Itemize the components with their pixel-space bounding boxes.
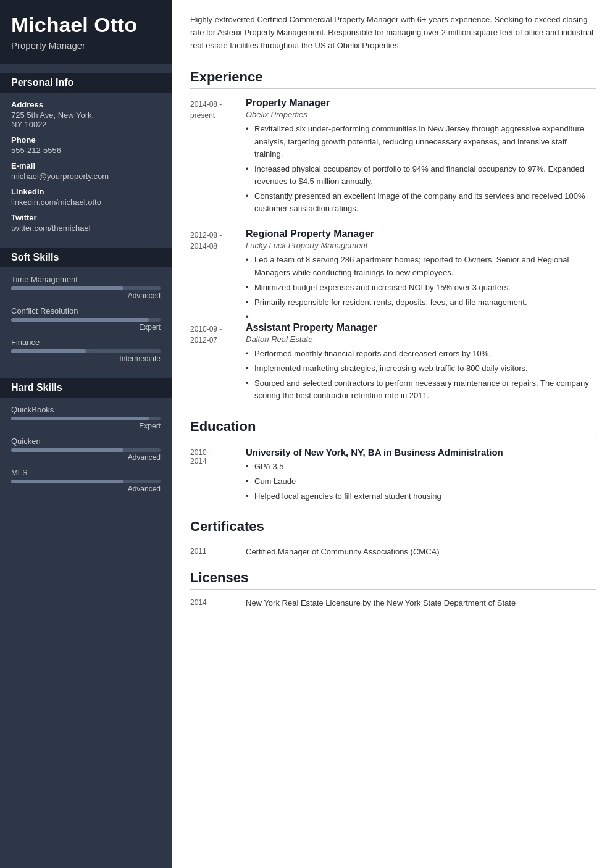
exp-title-1: Property Manager xyxy=(246,98,596,109)
hard-skill-bar-fill-3 xyxy=(11,480,123,483)
exp-company-2: Lucky Luck Property Management xyxy=(246,241,596,250)
main-content: Highly extroverted Certified Commercial … xyxy=(172,0,615,868)
licenses-section: Licenses 2014 New York Real Estate Licen… xyxy=(190,570,596,607)
hard-skills-title: Hard Skills xyxy=(0,378,172,398)
phone-label: Phone xyxy=(11,135,161,144)
exp-content-1: Property Manager Obelix Properties Revit… xyxy=(246,98,596,217)
cert-text-1: Certified Manager of Community Associati… xyxy=(246,547,440,556)
hard-skill-mls: MLS Advanced xyxy=(11,468,161,493)
exp-bullet-1-3: Constantly presented an excellent image … xyxy=(246,190,596,215)
exp-bullet-3-1: Performed monthly financial reports and … xyxy=(246,348,596,360)
exp-title-3: Assistant Property Manager xyxy=(246,322,596,333)
soft-skill-level-1: Advanced xyxy=(11,291,161,300)
soft-skill-bar-fill-2 xyxy=(11,318,149,322)
certificates-section: Certificates 2011 Certified Manager of C… xyxy=(190,519,596,556)
linkedin-label: LinkedIn xyxy=(11,187,161,196)
hard-skill-level-2: Advanced xyxy=(11,453,161,462)
soft-skill-time-management: Time Management Advanced xyxy=(11,275,161,300)
soft-skill-name-2: Conflict Resolution xyxy=(11,306,161,315)
soft-skill-bar-fill-1 xyxy=(11,286,123,290)
twitter-value: twitter.com/themichael xyxy=(11,223,161,233)
exp-content-3: Assistant Property Manager Dalton Real E… xyxy=(246,322,596,405)
experience-title: Experience xyxy=(190,69,596,89)
licenses-title: Licenses xyxy=(190,570,596,590)
soft-skill-bar-bg-3 xyxy=(11,349,161,353)
experience-section: Experience 2014-08 -present Property Man… xyxy=(190,69,596,404)
edu-bullets-1: GPA 3.5 Cum Laude Helped local agencies … xyxy=(246,461,596,503)
edu-date-1: 2010 -2014 xyxy=(190,447,246,505)
soft-skill-finance: Finance Intermediate xyxy=(11,338,161,363)
hard-skill-bar-fill-2 xyxy=(11,448,123,452)
personal-info-section: Personal Info Address 725 5th Ave, New Y… xyxy=(0,64,172,239)
candidate-name: Michael Otto xyxy=(11,14,161,36)
exp-bullet-3-3: Sourced and selected contractors to perf… xyxy=(246,377,596,402)
edu-bullet-1-3: Helped local agencies to fill external s… xyxy=(246,490,596,503)
exp-date-2: 2012-08 -2014-08 xyxy=(190,228,246,311)
cert-date-1: 2011 xyxy=(190,547,246,556)
personal-info-title: Personal Info xyxy=(0,73,172,93)
certificates-title: Certificates xyxy=(190,519,596,538)
lic-text-1: New York Real Estate Licensure by the Ne… xyxy=(246,598,516,607)
exp-bullet-2-1: Led a team of 8 serving 286 apartment ho… xyxy=(246,254,596,278)
soft-skill-bar-bg-2 xyxy=(11,318,161,322)
address-value: 725 5th Ave, New York,NY 10022 xyxy=(11,111,161,129)
hard-skill-level-3: Advanced xyxy=(11,485,161,493)
exp-bullets-2: Led a team of 8 serving 286 apartment ho… xyxy=(246,254,596,309)
soft-skills-section: Soft Skills Time Management Advanced Con… xyxy=(0,239,172,369)
exp-bullet-2-2: Minimized budget expenses and increased … xyxy=(246,282,596,294)
hard-skill-name-1: QuickBooks xyxy=(11,405,161,414)
twitter-label: Twitter xyxy=(11,213,161,222)
exp-title-2: Regional Property Manager xyxy=(246,228,596,240)
edu-bullet-1-1: GPA 3.5 xyxy=(246,461,596,473)
exp-content-2: Regional Property Manager Lucky Luck Pro… xyxy=(246,228,596,311)
hard-skills-section: Hard Skills QuickBooks Expert Quicken Ad… xyxy=(0,369,172,499)
summary-text: Highly extroverted Certified Commercial … xyxy=(190,14,596,58)
experience-entry-3: 2010-09 -2012-07 Assistant Property Mana… xyxy=(190,322,596,405)
exp-company-3: Dalton Real Estate xyxy=(246,335,596,344)
soft-skill-name-1: Time Management xyxy=(11,275,161,284)
soft-skill-bar-fill-3 xyxy=(11,349,86,353)
hard-skill-level-1: Expert xyxy=(11,422,161,430)
lic-entry-1: 2014 New York Real Estate Licensure by t… xyxy=(190,598,596,607)
sidebar-header: Michael Otto Property Manager xyxy=(0,0,172,64)
exp-date-3: 2010-09 -2012-07 xyxy=(190,322,246,405)
hard-skill-bar-bg-2 xyxy=(11,448,161,452)
hard-skill-name-2: Quicken xyxy=(11,436,161,446)
cert-entry-1: 2011 Certified Manager of Community Asso… xyxy=(190,547,596,556)
edu-content-1: University of New York, NY, BA in Busine… xyxy=(246,447,596,505)
soft-skill-name-3: Finance xyxy=(11,338,161,347)
hard-skill-name-3: MLS xyxy=(11,468,161,477)
email-label: E-mail xyxy=(11,161,161,170)
exp-bullet-1-1: Revitalized six under-performing communi… xyxy=(246,123,596,160)
hard-skill-bar-bg-1 xyxy=(11,417,161,420)
soft-skills-title: Soft Skills xyxy=(0,248,172,267)
exp-company-1: Obelix Properties xyxy=(246,110,596,119)
exp-bullet-1-2: Increased physical occupancy of portfoli… xyxy=(246,163,596,188)
education-entry-1: 2010 -2014 University of New York, NY, B… xyxy=(190,447,596,505)
exp-date-1: 2014-08 -present xyxy=(190,98,246,217)
experience-entry-2: 2012-08 -2014-08 Regional Property Manag… xyxy=(190,228,596,311)
candidate-title: Property Manager xyxy=(11,40,161,51)
experience-entry-1: 2014-08 -present Property Manager Obelix… xyxy=(190,98,596,217)
exp-bullet-2-3: Primarily responsible for resident rents… xyxy=(246,296,596,309)
education-title: Education xyxy=(190,419,596,438)
phone-value: 555-212-5556 xyxy=(11,146,161,155)
hard-skill-bar-bg-3 xyxy=(11,480,161,483)
email-value: michael@yourproperty.com xyxy=(11,172,161,181)
lic-date-1: 2014 xyxy=(190,598,246,607)
soft-skill-conflict-resolution: Conflict Resolution Expert xyxy=(11,306,161,332)
hard-skill-quicken: Quicken Advanced xyxy=(11,436,161,462)
soft-skill-bar-bg-1 xyxy=(11,286,161,290)
exp-bullets-3: Performed monthly financial reports and … xyxy=(246,348,596,403)
soft-skill-level-2: Expert xyxy=(11,323,161,332)
address-label: Address xyxy=(11,100,161,109)
exp-bullet-3-2: Implemented marketing strategies, increa… xyxy=(246,362,596,375)
soft-skill-level-3: Intermediate xyxy=(11,354,161,363)
hard-skill-quickbooks: QuickBooks Expert xyxy=(11,405,161,430)
hard-skill-bar-fill-1 xyxy=(11,417,149,420)
education-section: Education 2010 -2014 University of New Y… xyxy=(190,419,596,505)
edu-title-1: University of New York, NY, BA in Busine… xyxy=(246,447,596,457)
edu-bullet-1-2: Cum Laude xyxy=(246,475,596,488)
sidebar: Michael Otto Property Manager Personal I… xyxy=(0,0,172,868)
linkedin-value: linkedin.com/michael.otto xyxy=(11,198,161,207)
